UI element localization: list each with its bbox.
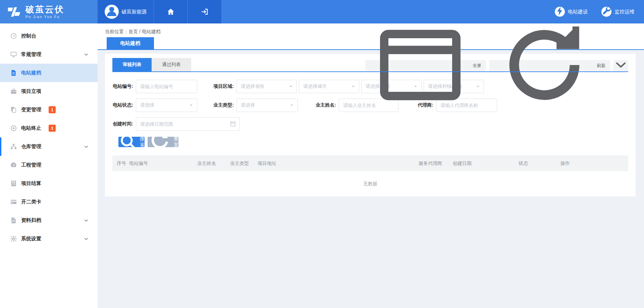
- refresh-button[interactable]: 刷新: [489, 60, 610, 71]
- sidebar-item-label: 电站建档: [21, 70, 41, 76]
- region-label: 项目区域:: [213, 83, 236, 89]
- sidebar-item-open-class2-card[interactable]: 开二类卡: [0, 193, 98, 211]
- chevron-down-icon: [84, 218, 89, 223]
- collapse-button[interactable]: [613, 60, 628, 71]
- sidebar-item-label: 电站终止: [21, 125, 41, 131]
- table-empty-state: 无数据: [112, 171, 628, 197]
- created-time-label: 创建时间:: [112, 121, 136, 127]
- sidebar-item-station-archive[interactable]: 电站建档: [0, 64, 98, 82]
- column-header-created-date: 创建日期: [453, 161, 519, 167]
- monitor-icon: [10, 51, 17, 58]
- brand-subtitle: Po Jian Yun Fu: [25, 15, 64, 19]
- date-range-picker[interactable]: [136, 117, 240, 131]
- main-area: 当前位置：首页 / 电站建档 电站建档 审核列表 通过列表 全屏 刷新: [98, 23, 644, 308]
- sidebar-item-system-settings[interactable]: 系统设置: [0, 230, 98, 248]
- notification-badge: 1: [49, 125, 56, 132]
- card-icon: [10, 198, 17, 205]
- record-icon: [10, 125, 17, 132]
- wrench-icon: [601, 7, 611, 17]
- gear-icon: [10, 235, 17, 242]
- sidebar-item-label: 项目立项: [21, 88, 41, 95]
- owner-name-label: 业主姓名:: [314, 102, 339, 108]
- sidebar-item-console[interactable]: 控制台: [0, 27, 98, 45]
- chevron-down-icon: [84, 236, 89, 242]
- page-content: 审核列表 通过列表 全屏 刷新: [98, 50, 644, 196]
- current-account[interactable]: 破茧新能源: [98, 0, 154, 23]
- column-header-index: 序号: [117, 161, 129, 167]
- gauge-icon: [10, 33, 17, 40]
- station-archive-card: 审核列表 通过列表 全屏 刷新: [105, 54, 636, 196]
- sidebar-item-warehouse-management[interactable]: 仓库管理: [0, 137, 98, 156]
- sidebar-item-label: 控制台: [21, 33, 36, 39]
- sidebar-item-project-settlement[interactable]: 项目结算: [0, 174, 98, 193]
- station-no-label: 电站编号:: [112, 83, 136, 89]
- station-status-label: 电站状态:: [112, 102, 136, 108]
- sidebar-item-label: 项目结算: [21, 180, 41, 187]
- chevron-down-icon: [84, 52, 89, 57]
- home-icon: [167, 8, 175, 16]
- reset-icon: [148, 130, 171, 155]
- sidebar-item-project-initiation[interactable]: 项目立项: [0, 82, 98, 101]
- city-select[interactable]: 请选择城市: [299, 80, 359, 93]
- owner-type-label: 业主类型:: [213, 102, 236, 108]
- card-toolbar: 全屏 刷新: [365, 60, 628, 71]
- column-header-service-agent: 服务代理商: [419, 161, 453, 167]
- sidebar-item-engineering-management[interactable]: 工程管理: [0, 156, 98, 174]
- brand-name: 破茧云伏: [25, 5, 64, 14]
- column-header-station-no: 电站编号: [129, 161, 197, 167]
- column-header-project-address: 项目地址: [258, 161, 419, 167]
- sidebar-item-general-management[interactable]: 常规管理: [0, 45, 98, 64]
- sidebar-item-label: 常规管理: [21, 51, 41, 58]
- chevron-down-icon: [84, 144, 89, 149]
- search-icon: [118, 132, 138, 152]
- sidebar: 控制台常规管理电站建档项目立项变更管理1电站终止1仓库管理工程管理项目结算开二类…: [0, 23, 98, 308]
- refresh-icon: [494, 15, 595, 116]
- caret-down-icon: [189, 103, 194, 108]
- owner-type-select[interactable]: 请选择: [236, 99, 298, 112]
- province-select[interactable]: 请选择省份: [236, 80, 297, 93]
- search-button[interactable]: 搜索: [118, 137, 145, 147]
- fullscreen-button[interactable]: 全屏: [365, 60, 486, 71]
- column-header-owner-type: 业主类型: [230, 161, 258, 167]
- brand-logo: 破茧云伏 Po Jian Yun Fu: [0, 0, 98, 23]
- copy-icon: [10, 106, 17, 113]
- breadcrumb: 当前位置：首页 / 电站建档: [105, 29, 161, 35]
- card-tabs-row: 审核列表 通过列表 全屏 刷新: [112, 54, 628, 72]
- column-header-owner-name: 业主姓名: [197, 161, 230, 167]
- document-icon: [10, 69, 17, 76]
- tab-review-list[interactable]: 审核列表: [112, 58, 152, 71]
- caret-down-icon: [351, 84, 356, 89]
- tabs-underline: [112, 71, 628, 72]
- logout-button[interactable]: [188, 0, 222, 23]
- station-no-input[interactable]: [136, 80, 197, 93]
- station-status-select[interactable]: 请选择: [136, 99, 197, 112]
- sidebar-item-label: 资料归档: [21, 217, 41, 224]
- form-actions: 搜索 重置: [118, 137, 628, 147]
- caret-down-icon: [289, 103, 294, 108]
- sidebar-item-station-termination[interactable]: 电站终止1: [0, 119, 98, 137]
- active-accent-bar: [0, 137, 1, 156]
- user-icon: [105, 5, 119, 19]
- mode-monitoring-ops[interactable]: 监控运维: [601, 7, 635, 17]
- dashboard-icon: [10, 162, 17, 169]
- sidebar-item-change-management[interactable]: 变更管理1: [0, 101, 98, 119]
- sidebar-item-data-archive[interactable]: 资料归档: [0, 211, 98, 230]
- tab-passed-list[interactable]: 通过列表: [152, 58, 191, 71]
- fullscreen-icon: [370, 15, 471, 116]
- caret-down-icon: [476, 84, 480, 89]
- caret-down-icon: [288, 84, 293, 89]
- sidebar-item-label: 工程管理: [21, 162, 41, 168]
- home-button[interactable]: [154, 0, 188, 23]
- sitemap-icon: [10, 143, 17, 150]
- sidebar-item-label: 仓库管理: [21, 143, 41, 150]
- reset-button[interactable]: 重置: [148, 137, 178, 147]
- table-header: 序号电站编号业主姓名业主类型项目地址服务代理商创建日期状态操作: [112, 156, 628, 171]
- date-range-input[interactable]: [136, 117, 240, 131]
- sidebar-item-label: 开二类卡: [21, 199, 41, 205]
- sidebar-item-label: 系统设置: [21, 236, 41, 242]
- briefcase-icon: [10, 88, 17, 95]
- archive-icon: [10, 217, 17, 224]
- column-header-status: 状态: [519, 161, 560, 167]
- notification-badge: 1: [49, 106, 56, 113]
- page-tab-station-archive[interactable]: 电站建档: [107, 37, 154, 49]
